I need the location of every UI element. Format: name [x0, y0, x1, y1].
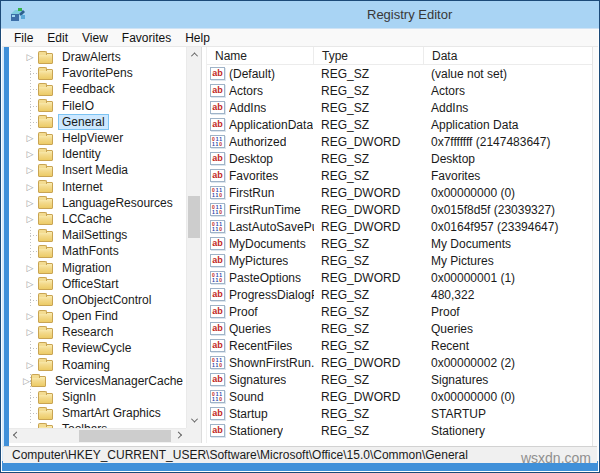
expand-arrow-icon[interactable]: ▷ — [23, 260, 37, 276]
tree-item-mailsettings[interactable]: ▷ MailSettings — [9, 227, 186, 243]
expand-arrow-icon[interactable]: ▷ — [23, 211, 37, 227]
scroll-up-button[interactable] — [187, 47, 202, 62]
tree-item-open-find[interactable]: ▷ Open Find — [9, 308, 186, 324]
menu-file[interactable]: File — [7, 30, 40, 46]
expand-arrow-icon[interactable]: ▷ — [23, 276, 37, 292]
expand-arrow-icon[interactable]: ▷ — [23, 308, 37, 324]
registry-editor-icon[interactable] — [9, 6, 26, 23]
value-row-mydocuments[interactable]: ab 011110 MyDocuments REG_SZ My Document… — [207, 235, 592, 252]
value-data: STARTUP — [424, 407, 592, 421]
value-type: REG_DWORD — [314, 390, 424, 404]
tree-item-fileio[interactable]: ▷ FileIO — [9, 98, 186, 114]
value-data: Application Data — [424, 118, 592, 132]
value-row-shownfirstrun[interactable]: ab 011110 ShownFirstRun... REG_DWORD 0x0… — [207, 354, 592, 371]
value-row-progressdialogp[interactable]: ab 011110 ProgressDialogP... REG_SZ 480,… — [207, 286, 592, 303]
folder-icon — [38, 312, 53, 323]
value-row-recentfiles[interactable]: ab 011110 RecentFiles REG_SZ Recent — [207, 337, 592, 354]
tree-item-identity[interactable]: ▷ Identity — [9, 146, 186, 162]
tree-item-lccache[interactable]: ▷ LCCache — [9, 211, 186, 227]
value-name: Signatures — [229, 373, 286, 387]
value-type-icon: ab 011110 — [210, 305, 225, 318]
tree-item-internet[interactable]: ▷ Internet — [9, 179, 186, 195]
tree-item-label: Roaming — [58, 357, 114, 373]
menu-view[interactable]: View — [75, 30, 115, 46]
tree-item-label: FileIO — [58, 98, 98, 114]
tree-item-toolbars[interactable]: ▷ Toolbars — [9, 421, 186, 428]
column-header-name[interactable]: Name — [207, 47, 314, 64]
expand-arrow-icon[interactable]: ▷ — [23, 49, 37, 65]
tree-item-helpviewer[interactable]: ▷ HelpViewer — [9, 130, 186, 146]
tree-item-reviewcycle[interactable]: ▷ ReviewCycle — [9, 340, 186, 356]
tree-item-favoritepens[interactable]: ▷ FavoritePens — [9, 65, 186, 81]
value-row-proof[interactable]: ab 011110 Proof REG_SZ Proof — [207, 303, 592, 320]
tree-vertical-scrollbar[interactable] — [186, 47, 201, 428]
value-row-mypictures[interactable]: ab 011110 MyPictures REG_SZ My Pictures — [207, 252, 592, 269]
chevron-left-icon — [13, 432, 20, 439]
tree-item-general[interactable]: ▷ General — [9, 114, 186, 130]
tree-item-feedback[interactable]: ▷ Feedback — [9, 81, 186, 97]
expand-arrow-icon[interactable]: ▷ — [23, 162, 37, 178]
value-row-addins[interactable]: ab 011110 AddIns REG_SZ AddIns — [207, 99, 592, 116]
value-row-startup[interactable]: ab 011110 Startup REG_SZ STARTUP — [207, 405, 592, 422]
value-row-applicationdata[interactable]: ab 011110 ApplicationData REG_SZ Applica… — [207, 116, 592, 133]
value-type-icon: ab 011110 — [210, 254, 225, 267]
value-row-lastautosavepu[interactable]: ab 011110 LastAutoSavePu... REG_DWORD 0x… — [207, 218, 592, 235]
expand-arrow-icon[interactable]: ▷ — [23, 179, 37, 195]
tree-item-migration[interactable]: ▷ Migration — [9, 259, 186, 275]
horizontal-scroll-thumb[interactable] — [79, 430, 171, 442]
column-header-type[interactable]: Type — [314, 47, 424, 64]
folder-icon — [38, 360, 53, 371]
scroll-left-button[interactable] — [9, 429, 24, 444]
expand-arrow-icon[interactable]: ▷ — [23, 146, 37, 162]
expand-arrow-icon[interactable]: ▷ — [23, 195, 37, 211]
expand-arrow-icon[interactable]: ▷ — [23, 357, 37, 373]
value-name: LastAutoSavePu... — [229, 220, 314, 234]
vertical-scroll-thumb[interactable] — [188, 196, 200, 238]
tree-item-roaming[interactable]: ▷ Roaming — [9, 357, 186, 373]
scroll-down-button[interactable] — [187, 413, 202, 428]
value-row-favorites[interactable]: ab 011110 Favorites REG_SZ Favorites — [207, 167, 592, 184]
scroll-right-button[interactable] — [171, 429, 186, 444]
value-type: REG_SZ — [314, 424, 424, 438]
value-type: REG_SZ — [314, 101, 424, 115]
menu-edit[interactable]: Edit — [40, 30, 75, 46]
column-header-data[interactable]: Data — [424, 47, 592, 64]
tree-item-smartart-graphics[interactable]: ▷ SmartArt Graphics — [9, 405, 186, 421]
value-row-stationery[interactable]: ab 011110 Stationery REG_SZ Stationery — [207, 422, 592, 439]
value-type-icon: ab 011110 — [210, 135, 225, 148]
tree-item-research[interactable]: ▷ Research — [9, 324, 186, 340]
tree-item-drawalerts[interactable]: ▷ DrawAlerts — [9, 49, 186, 65]
menu-favorites[interactable]: Favorites — [115, 30, 178, 46]
value-row-pasteoptions[interactable]: ab 011110 PasteOptions REG_DWORD 0x00000… — [207, 269, 592, 286]
value-row-firstruntime[interactable]: ab 011110 FirstRunTime REG_DWORD 0x015f8… — [207, 201, 592, 218]
tree-item-onobjectcontrol[interactable]: ▷ OnObjectControl — [9, 292, 186, 308]
expand-arrow-icon[interactable]: ▷ — [23, 130, 37, 146]
tree-item-mathfonts[interactable]: ▷ MathFonts — [9, 243, 186, 259]
value-type-icon: ab 011110 — [210, 220, 225, 233]
value-row-default[interactable]: ab 011110 (Default) REG_SZ (value not se… — [207, 65, 592, 82]
value-data: AddIns — [424, 101, 592, 115]
tree-item-officestart[interactable]: ▷ OfficeStart — [9, 276, 186, 292]
menu-help[interactable]: Help — [178, 30, 217, 46]
tree-item-signin[interactable]: ▷ SignIn — [9, 389, 186, 405]
value-data: Stationery — [424, 424, 592, 438]
value-row-signatures[interactable]: ab 011110 Signatures REG_SZ Signatures — [207, 371, 592, 388]
value-row-desktop[interactable]: ab 011110 Desktop REG_SZ Desktop — [207, 150, 592, 167]
tree-item-languageresources[interactable]: ▷ LanguageResources — [9, 195, 186, 211]
value-row-firstrun[interactable]: ab 011110 FirstRun REG_DWORD 0x00000000 … — [207, 184, 592, 201]
watermark-text: wsxdn.com — [521, 450, 591, 466]
value-row-actors[interactable]: ab 011110 Actors REG_SZ Actors — [207, 82, 592, 99]
value-data: (value not set) — [424, 67, 592, 81]
value-row-queries[interactable]: ab 011110 Queries REG_SZ Queries — [207, 320, 592, 337]
value-row-sound[interactable]: ab 011110 Sound REG_DWORD 0x00000000 (0) — [207, 388, 592, 405]
folder-icon — [38, 85, 53, 96]
value-name: Authorized — [229, 135, 286, 149]
value-type-icon: ab 011110 — [210, 237, 225, 250]
value-row-authorized[interactable]: ab 011110 Authorized REG_DWORD 0x7ffffff… — [207, 133, 592, 150]
expand-arrow-icon[interactable]: ▷ — [23, 324, 37, 340]
tree-item-insert-media[interactable]: ▷ Insert Media — [9, 162, 186, 178]
tree-item-label: OfficeStart — [58, 276, 122, 292]
expand-arrow-icon[interactable]: ▷ — [23, 373, 30, 389]
tree-item-servicesmanagercache[interactable]: ▷ ServicesManagerCache — [9, 373, 186, 389]
tree-horizontal-scrollbar[interactable] — [9, 428, 186, 443]
